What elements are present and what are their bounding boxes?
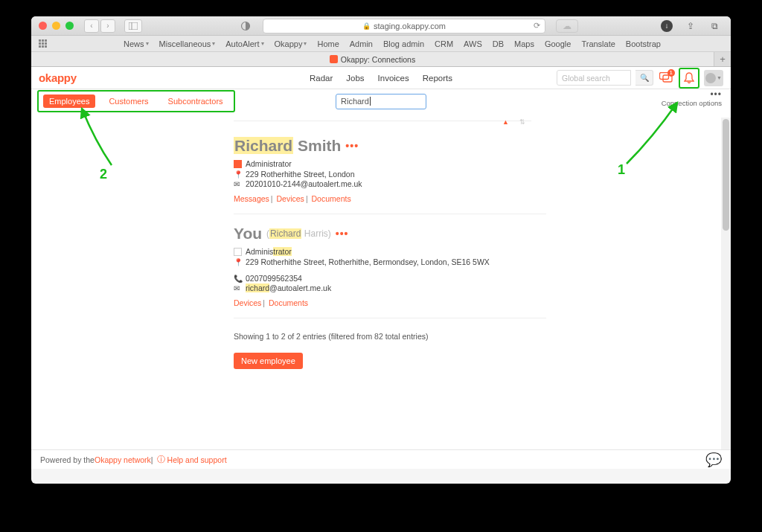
phone-icon: 📞 <box>234 275 243 283</box>
mail-icon: ✉ <box>234 180 243 188</box>
bookmark-item[interactable]: AWS <box>464 39 482 48</box>
back-button[interactable]: ‹ <box>84 19 99 33</box>
scrollbar[interactable] <box>721 118 731 449</box>
apps-grid-icon[interactable] <box>39 39 51 48</box>
user-menu[interactable]: ▼ <box>704 70 723 86</box>
sort-desc-icon[interactable]: ⇅ <box>519 118 525 126</box>
window-controls[interactable] <box>39 22 74 30</box>
bookmark-item[interactable]: AutoAlert▾ <box>225 39 263 48</box>
address-text: 229 Rotherhithe Street, Rotherhithe, Ber… <box>246 257 490 266</box>
role-checkbox[interactable] <box>234 248 242 256</box>
bookmark-item[interactable]: News▾ <box>124 39 149 48</box>
filter-search-input[interactable]: Richard <box>336 94 426 109</box>
mail-icon: ✉ <box>234 284 243 292</box>
url-text: staging.okappy.com <box>374 22 446 31</box>
nav-item[interactable]: Reports <box>423 74 452 83</box>
footer-network-link[interactable]: Okappy network <box>95 455 151 464</box>
nav-item[interactable]: Radar <box>310 74 333 83</box>
bookmark-item[interactable]: Bootstrap <box>626 39 661 48</box>
result-count: Showing 1 to 2 of 2 entries (filtered fr… <box>234 332 508 341</box>
bookmark-item[interactable]: DB <box>493 39 504 48</box>
main-nav: RadarJobsInvoicesReports <box>310 74 452 83</box>
nav-item[interactable]: Invoices <box>378 74 409 83</box>
annotation-number-2: 2 <box>100 167 107 182</box>
footer-help-link[interactable]: Help and support <box>167 455 227 464</box>
bookmark-item[interactable]: Translate <box>581 39 615 48</box>
phone-text: 0207099562354 <box>246 274 302 283</box>
minimize-window-icon[interactable] <box>52 22 60 30</box>
bookmark-item[interactable]: Admin <box>350 39 373 48</box>
link-messages[interactable]: Messages <box>234 194 269 203</box>
cloud-button[interactable]: ☁ <box>556 19 578 33</box>
tab-strip: Okappy: Connections + <box>31 52 731 67</box>
app-logo[interactable]: okappy <box>39 71 77 84</box>
role-label: Administrator <box>246 247 292 256</box>
close-window-icon[interactable] <box>39 22 47 30</box>
forward-button[interactable]: › <box>100 19 115 33</box>
sort-asc-icon[interactable]: ▲ <box>502 118 509 126</box>
sort-controls[interactable]: ▲ ⇅ <box>234 121 531 131</box>
email-text: richard@autoalert.me.uk <box>246 283 331 292</box>
info-icon: ⓘ <box>157 455 165 465</box>
bell-icon[interactable] <box>681 70 697 86</box>
nav-item[interactable]: Jobs <box>346 74 364 83</box>
refresh-icon[interactable]: ⟳ <box>534 21 540 31</box>
entry-name[interactable]: You (Richard Harris) ••• <box>234 225 546 243</box>
new-tab-button[interactable]: + <box>714 52 731 66</box>
bookmark-item[interactable]: Google <box>545 39 571 48</box>
global-search-input[interactable]: Global search <box>557 70 631 86</box>
entry-links: Messages| Devices| Documents <box>234 194 546 203</box>
tab-favicon <box>330 55 338 63</box>
bookmark-item[interactable]: Miscellaneous▾ <box>159 39 216 48</box>
bookmark-item[interactable]: Blog admin <box>383 39 424 48</box>
email-text: 20201010-2144@autoalert.me.uk <box>246 179 362 188</box>
entry-more-icon[interactable]: ••• <box>336 228 349 240</box>
role-color-icon <box>234 160 242 168</box>
bookmark-item[interactable]: Okappy▾ <box>275 39 307 48</box>
bookmark-item[interactable]: CRM <box>435 39 453 48</box>
annotation-number-1: 1 <box>618 162 625 178</box>
url-bar[interactable]: 🔒 staging.okappy.com ⟳ <box>263 19 545 33</box>
tabs-button[interactable]: ⧉ <box>705 19 723 33</box>
new-employee-button[interactable]: New employee <box>234 353 303 369</box>
bookmark-item[interactable]: Home <box>317 39 339 48</box>
bookmark-item[interactable]: Maps <box>514 39 534 48</box>
role-label: Administrator <box>246 159 292 168</box>
link-documents[interactable]: Documents <box>269 298 308 307</box>
chat-icon[interactable]: 1 <box>658 70 674 86</box>
pin-icon: 📍 <box>234 258 243 266</box>
svg-rect-0 <box>129 22 138 30</box>
tab-subcontractors[interactable]: Subcontractors <box>162 94 229 108</box>
tab-title: Okappy: Connections <box>341 55 415 64</box>
tab-employees[interactable]: Employees <box>43 94 95 108</box>
bookmarks-bar: News▾Miscellaneous▾AutoAlert▾Okappy▾Home… <box>31 36 731 52</box>
chat-badge: 1 <box>667 69 675 77</box>
annotation-box-1 <box>679 68 699 89</box>
downloads-button[interactable]: ↓ <box>658 19 676 33</box>
browser-titlebar: ‹ › 🔒 staging.okappy.com ⟳ ☁ ↓ ⇪ ⧉ <box>31 16 731 36</box>
maximize-window-icon[interactable] <box>65 22 74 30</box>
link-devices[interactable]: Devices <box>234 298 261 307</box>
chat-bubble-icon[interactable]: 💬 <box>705 452 722 468</box>
entry-links: Devices| Documents <box>234 298 546 307</box>
sidebar-toggle-button[interactable] <box>124 19 142 33</box>
browser-tab[interactable]: Okappy: Connections <box>31 52 714 66</box>
global-search-button[interactable]: 🔍 <box>635 70 653 86</box>
share-button[interactable]: ⇪ <box>682 19 699 33</box>
more-icon[interactable]: ••• <box>662 91 722 99</box>
employee-entry: Richard Smith ••• Administrator 📍229 Rot… <box>234 137 546 214</box>
link-documents[interactable]: Documents <box>312 194 351 203</box>
app-header: okappy RadarJobsInvoicesReports Global s… <box>31 67 731 89</box>
scroll-thumb[interactable] <box>723 119 729 231</box>
connection-options[interactable]: ••• Connection options <box>662 91 722 107</box>
tab-customers[interactable]: Customers <box>103 94 154 108</box>
address-text: 229 Rotherhithe Street, London <box>246 170 355 179</box>
link-devices[interactable]: Devices <box>277 194 304 203</box>
employee-entry-self: You (Richard Harris) ••• Administrator 📍… <box>234 225 546 318</box>
entry-more-icon[interactable]: ••• <box>345 140 359 152</box>
reader-mode-icon[interactable] <box>237 19 254 33</box>
app-footer: Powered by the Okappy network | ⓘ Help a… <box>31 449 731 469</box>
avatar-icon <box>705 73 716 83</box>
pin-icon: 📍 <box>234 170 243 179</box>
entry-name[interactable]: Richard Smith ••• <box>234 137 546 155</box>
